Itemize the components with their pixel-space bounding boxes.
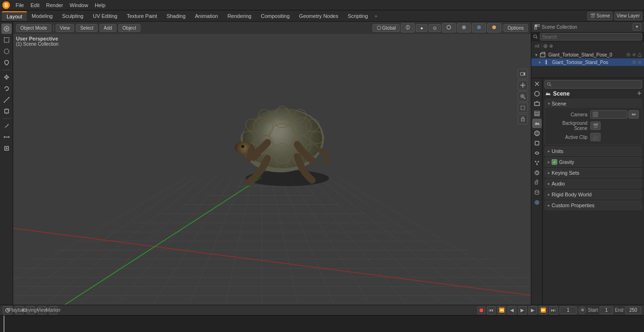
tool-move[interactable]: ✥ — [1, 72, 12, 82]
tool-measure[interactable] — [1, 132, 12, 142]
tab-uv-editing[interactable]: UV Editing — [88, 12, 122, 20]
prop-physics[interactable] — [532, 168, 542, 178]
tab-compositing[interactable]: Compositing — [256, 12, 294, 20]
camera-edit-btn[interactable]: ✏ — [628, 110, 639, 119]
viewport-object-btn[interactable]: Object — [118, 24, 140, 32]
wireframe-btn[interactable] — [442, 23, 456, 32]
next-key-btn[interactable]: ▶ — [528, 306, 537, 315]
viewport-lock-btn[interactable] — [518, 114, 528, 124]
prop-view-layer[interactable] — [532, 109, 542, 118]
prop-object[interactable] — [532, 138, 542, 148]
viewport-zoom-btn[interactable] — [518, 91, 528, 102]
tab-rendering[interactable]: Rendering — [223, 12, 256, 20]
menu-edit[interactable]: Edit — [27, 1, 43, 9]
prop-constraints[interactable] — [532, 178, 542, 187]
prop-data[interactable] — [532, 188, 542, 197]
scene-selector[interactable]: 🎬 Scene — [587, 12, 612, 20]
record-btn[interactable] — [478, 307, 485, 314]
prop-search-bar[interactable] — [545, 80, 642, 89]
jump-end-btn[interactable]: ⏭ — [549, 306, 558, 315]
step-fwd-btn[interactable]: ⏩ — [539, 306, 547, 315]
filter-all-btn[interactable]: All — [533, 44, 541, 49]
prev-key-btn[interactable]: ◀ — [508, 306, 516, 315]
viewport-pan-btn[interactable] — [518, 80, 528, 90]
pivot-btn[interactable]: ⊙ — [429, 24, 441, 32]
prop-scene[interactable] — [532, 119, 542, 128]
tool-select-circle[interactable] — [1, 46, 12, 57]
timeline-ruler[interactable] — [0, 316, 644, 332]
menu-window[interactable]: Window — [66, 1, 91, 9]
object-mode-btn[interactable]: Object Mode — [16, 24, 51, 32]
menu-file[interactable]: File — [12, 1, 27, 9]
rendered-btn[interactable] — [487, 23, 501, 32]
prop-tool-active[interactable] — [532, 79, 542, 89]
options-btn[interactable]: Options — [504, 24, 528, 32]
start-frame-input[interactable] — [600, 307, 613, 314]
end-frame-input[interactable] — [625, 307, 641, 314]
right-panel: Scene Collection ▼ All ▾ — [531, 22, 644, 305]
menu-help[interactable]: Help — [91, 1, 109, 9]
viewport-camera-btn[interactable] — [518, 69, 528, 79]
view-menu-btn[interactable]: View — [38, 306, 46, 315]
tool-select-box[interactable] — [1, 35, 12, 45]
audio-header[interactable]: ▸ Audio — [545, 179, 642, 188]
gravity-check[interactable]: ✓ — [552, 159, 557, 165]
tab-shading[interactable]: Shading — [162, 12, 190, 20]
current-frame-input[interactable] — [560, 307, 577, 314]
scene-section-header[interactable]: ▾ Scene — [545, 99, 642, 108]
prop-render-active[interactable] — [532, 89, 542, 98]
marker-menu-btn[interactable]: Marker — [49, 306, 58, 315]
add-workspace[interactable]: + — [374, 13, 377, 19]
viewport-add-btn[interactable]: Add — [99, 24, 116, 32]
tool-cursor[interactable] — [1, 24, 12, 34]
view-layer-selector[interactable]: View Layer — [614, 12, 642, 20]
units-header[interactable]: ▸ Units — [545, 147, 642, 155]
keying-header[interactable]: ▸ Keying Sets — [545, 169, 642, 177]
transform-global-btn[interactable]: Global — [372, 24, 400, 32]
tab-modeling[interactable]: Modeling — [27, 12, 58, 20]
outliner-item-0[interactable]: ▾ Giant_Tortoise_Stand_Pose_0 — [531, 51, 644, 58]
prop-particles[interactable] — [532, 158, 542, 168]
bg-scene-icon-btn[interactable]: 🎬 — [590, 121, 601, 130]
camera-value[interactable] — [590, 110, 627, 119]
tab-layout[interactable]: Layout — [2, 11, 27, 21]
outliner-search-input[interactable] — [540, 33, 642, 40]
viewport-select-btn[interactable]: Select — [76, 24, 98, 32]
prop-world[interactable] — [532, 129, 542, 138]
fps-btn[interactable]: ⚙ — [578, 307, 586, 314]
prop-output[interactable] — [532, 99, 542, 108]
tab-scripting[interactable]: Scripting — [343, 12, 372, 20]
tool-annotate[interactable] — [1, 121, 12, 131]
left-toolbar: ✥ — [0, 22, 13, 305]
viewport-view-btn[interactable]: View — [56, 24, 74, 32]
keying-menu-btn[interactable]: Keying ▾ — [26, 306, 35, 315]
rbw-header[interactable]: ▸ Rigid Body World — [545, 190, 642, 199]
custom-props-header[interactable]: ▸ Custom Properties — [545, 201, 642, 210]
tab-animation[interactable]: Animation — [190, 12, 223, 20]
proportional-btn[interactable]: ● — [416, 24, 427, 32]
play-btn[interactable]: ▶ — [518, 306, 527, 315]
tool-transform[interactable] — [1, 106, 12, 116]
tool-scale[interactable] — [1, 95, 12, 105]
tab-sculpting[interactable]: Sculpting — [58, 12, 88, 20]
tab-geometry-nodes[interactable]: Geometry Nodes — [294, 12, 343, 20]
solid-btn[interactable] — [457, 23, 471, 32]
viewport-render-region-btn[interactable] — [518, 103, 528, 113]
tool-lasso[interactable] — [1, 57, 12, 68]
outliner-filter-btn[interactable]: ▼ — [633, 23, 641, 31]
menu-render[interactable]: Render — [43, 1, 66, 9]
outliner-item-1[interactable]: ▸ Giant_Tortoise_Stand_Pos — [531, 58, 644, 66]
active-clip-icon-btn[interactable]: 🎥 — [590, 133, 601, 141]
step-back-btn[interactable]: ⏪ — [497, 306, 506, 315]
viewport[interactable]: Object Mode View Select Add Object Globa… — [13, 22, 531, 305]
tool-rotate[interactable] — [1, 83, 12, 94]
material-preview-btn[interactable] — [472, 23, 486, 32]
jump-start-btn[interactable]: ⏮ — [487, 306, 495, 315]
tab-texture-paint[interactable]: Texture Paint — [122, 12, 162, 20]
gravity-header[interactable]: ▸ ✓ Gravity — [545, 158, 642, 166]
tool-add-object[interactable] — [1, 143, 12, 154]
prop-material[interactable] — [532, 198, 542, 207]
prop-modifiers[interactable] — [532, 148, 542, 158]
prop-options-btn[interactable] — [636, 90, 642, 97]
snap-btn[interactable] — [401, 23, 415, 32]
